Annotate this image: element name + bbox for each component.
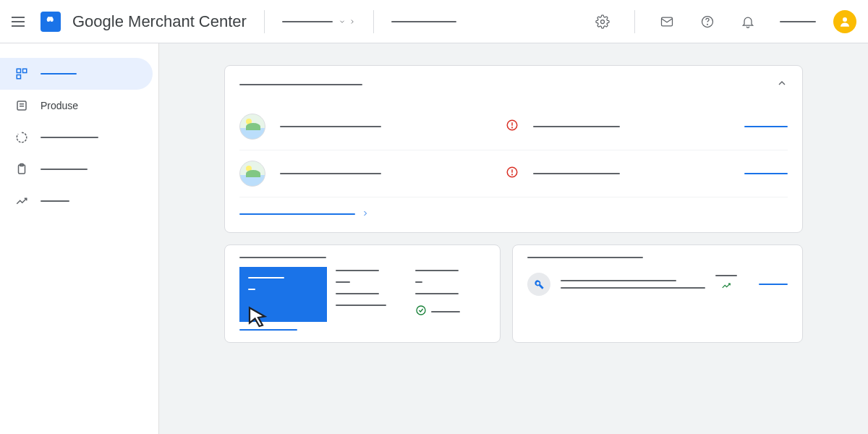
breadcrumb-placeholder (391, 21, 456, 22)
sidebar-item-products[interactable]: Produse (0, 90, 153, 122)
gear-icon[interactable] (588, 7, 617, 36)
main-content (159, 43, 868, 434)
action-link[interactable] (744, 126, 788, 127)
suggestion-link[interactable] (759, 284, 788, 285)
mail-icon[interactable] (652, 7, 681, 36)
svg-rect-7 (17, 75, 20, 79)
chevron-up-icon[interactable] (776, 77, 788, 92)
action-link[interactable] (744, 173, 788, 174)
trend-up-icon (721, 281, 731, 294)
sidebar-item-3[interactable] (0, 122, 153, 153)
sidebar-item-label (41, 73, 77, 75)
svg-point-19 (417, 306, 425, 315)
sidebar-item-5[interactable] (0, 185, 153, 217)
status-placeholder (533, 173, 620, 174)
svg-point-3 (707, 24, 708, 25)
view-all-link[interactable] (239, 208, 788, 221)
svg-point-0 (601, 20, 605, 23)
svg-rect-6 (23, 69, 27, 72)
divider (634, 10, 635, 33)
overview-card (224, 65, 803, 233)
card-title-placeholder (239, 84, 362, 85)
trend-icon (14, 194, 29, 208)
product-name-placeholder (280, 126, 381, 127)
app-title: Google Merchant Center (72, 12, 247, 31)
product-row[interactable] (239, 103, 788, 150)
chevron-right-icon (361, 208, 370, 221)
svg-rect-1 (662, 17, 673, 26)
avatar-icon[interactable] (833, 10, 856, 33)
sidebar-item-label (41, 200, 69, 202)
metric-column[interactable] (415, 270, 485, 319)
alert-icon (506, 166, 519, 182)
cursor-overlay (245, 305, 271, 333)
account-selector[interactable] (282, 18, 356, 25)
svg-point-18 (512, 174, 513, 175)
suggestion-row[interactable] (527, 273, 788, 296)
status-placeholder (533, 126, 620, 127)
sidebar-item-4[interactable] (0, 153, 153, 185)
list-icon (14, 98, 29, 113)
sidebar-item-label (41, 137, 98, 138)
card-title-placeholder (527, 257, 643, 258)
svg-point-15 (512, 127, 513, 128)
product-thumbnail (239, 161, 265, 187)
account-label-placeholder (780, 21, 816, 22)
metric-column[interactable] (336, 270, 406, 319)
clipboard-icon (14, 162, 29, 176)
suggestions-card (512, 244, 803, 343)
svg-point-4 (843, 17, 847, 22)
alert-icon (506, 119, 519, 135)
divider (373, 10, 374, 33)
menu-icon[interactable] (12, 13, 29, 30)
app-logo[interactable] (41, 12, 61, 32)
wrench-icon (527, 273, 550, 296)
svg-rect-5 (17, 69, 20, 72)
app-header: Google Merchant Center (0, 0, 868, 43)
dashboard-icon (14, 67, 29, 81)
bell-icon[interactable] (733, 7, 762, 36)
circle-icon (14, 130, 29, 145)
metrics-card (224, 244, 501, 343)
product-name-placeholder (280, 173, 381, 174)
sidebar: Produse (0, 43, 159, 434)
product-row[interactable] (239, 150, 788, 197)
sidebar-item-overview[interactable] (0, 58, 153, 90)
checkmark-icon (415, 305, 427, 319)
card-title-placeholder (239, 257, 326, 258)
divider (264, 10, 265, 33)
product-thumbnail (239, 114, 265, 140)
sidebar-item-label (41, 169, 88, 170)
help-icon[interactable] (693, 7, 722, 36)
sidebar-item-label: Produse (41, 100, 78, 111)
